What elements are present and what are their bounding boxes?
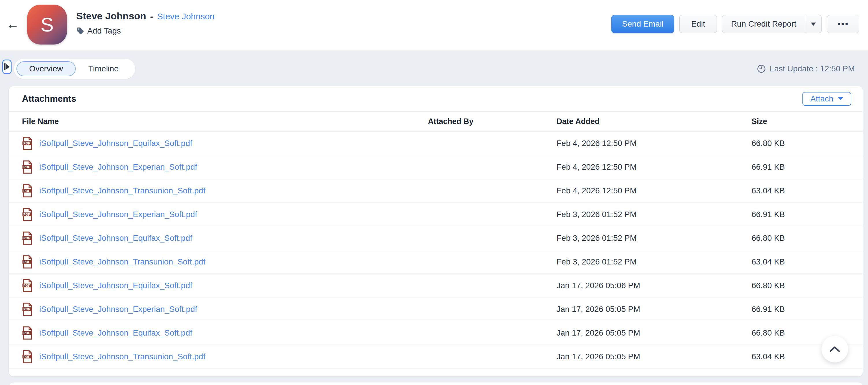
contact-name-block: Steve Johnson - Steve Johnson Add Tags <box>76 10 214 35</box>
svg-text:PDF: PDF <box>23 354 30 358</box>
pdf-file-icon: PDF <box>22 208 33 221</box>
date-added-cell: Feb 4, 2026 12:50 PM <box>557 186 751 196</box>
size-cell: 63.04 KB <box>751 186 851 196</box>
pdf-file-icon: PDF <box>22 255 33 268</box>
related-contact-link[interactable]: Steve Johnson <box>157 11 214 21</box>
send-email-button[interactable]: Send Email <box>612 15 674 33</box>
expand-panel-toggle[interactable] <box>2 60 11 74</box>
pdf-file-icon: PDF <box>22 279 33 292</box>
file-link[interactable]: iSoftpull_Steve_Johnson_Equifax_Soft.pdf <box>39 328 192 337</box>
file-link[interactable]: iSoftpull_Steve_Johnson_Experian_Soft.pd… <box>39 305 197 314</box>
header-actions: Send Email Edit Run Credit Report ••• <box>612 15 859 33</box>
file-link[interactable]: iSoftpull_Steve_Johnson_Equifax_Soft.pdf <box>39 234 192 243</box>
name-separator: - <box>150 11 153 21</box>
last-update-text: Last Update : 12:50 PM <box>770 64 855 73</box>
table-row: PDFiSoftpull_Steve_Johnson_Transunion_So… <box>9 250 863 274</box>
clock-icon <box>757 64 766 73</box>
last-update: Last Update : 12:50 PM <box>757 64 855 73</box>
pdf-file-icon: PDF <box>22 303 33 316</box>
file-link[interactable]: iSoftpull_Steve_Johnson_Transunion_Soft.… <box>39 186 206 196</box>
attachments-table-header: File Name Attached By Date Added Size <box>9 112 863 131</box>
date-added-cell: Feb 3, 2026 01:52 PM <box>557 257 751 266</box>
file-name-cell: PDFiSoftpull_Steve_Johnson_Equifax_Soft.… <box>22 137 428 150</box>
page-title: Steve Johnson <box>76 10 146 22</box>
file-link[interactable]: iSoftpull_Steve_Johnson_Experian_Soft.pd… <box>39 210 197 219</box>
size-cell: 66.91 KB <box>751 305 851 314</box>
run-credit-report-button[interactable]: Run Credit Report <box>722 15 822 33</box>
column-header-file-name: File Name <box>22 117 428 126</box>
svg-text:PDF: PDF <box>23 260 30 263</box>
svg-text:PDF: PDF <box>23 165 30 169</box>
scroll-to-top-button[interactable] <box>822 336 848 362</box>
pdf-file-icon: PDF <box>22 326 33 339</box>
pdf-file-icon: PDF <box>22 137 33 150</box>
attachments-titlebar: Attachments Attach <box>9 86 863 112</box>
date-added-cell: Jan 17, 2026 05:05 PM <box>557 305 751 314</box>
table-row: PDFiSoftpull_Steve_Johnson_Experian_Soft… <box>9 203 863 226</box>
attach-button-label: Attach <box>810 94 833 103</box>
run-credit-report-dropdown[interactable] <box>805 15 822 33</box>
file-name-cell: PDFiSoftpull_Steve_Johnson_Experian_Soft… <box>22 160 428 174</box>
tab-timeline[interactable]: Timeline <box>76 61 131 76</box>
next-section-card-edge <box>9 382 863 385</box>
chevron-down-icon <box>838 97 843 100</box>
attach-button[interactable]: Attach <box>802 92 851 106</box>
table-row: PDFiSoftpull_Steve_Johnson_Equifax_Soft.… <box>9 226 863 250</box>
file-name-cell: PDFiSoftpull_Steve_Johnson_Equifax_Soft.… <box>22 279 428 292</box>
file-name-cell: PDFiSoftpull_Steve_Johnson_Equifax_Soft.… <box>22 326 428 339</box>
file-link[interactable]: iSoftpull_Steve_Johnson_Equifax_Soft.pdf <box>39 281 192 290</box>
svg-text:PDF: PDF <box>23 188 30 192</box>
file-link[interactable]: iSoftpull_Steve_Johnson_Transunion_Soft.… <box>39 352 206 361</box>
avatar-initial: S <box>40 13 54 36</box>
file-name-cell: PDFiSoftpull_Steve_Johnson_Experian_Soft… <box>22 208 428 221</box>
pdf-file-icon: PDF <box>22 184 33 198</box>
avatar: S <box>27 5 67 45</box>
contact-header: ← S Steve Johnson - Steve Johnson Add Ta… <box>0 0 868 50</box>
add-tags-button[interactable]: Add Tags <box>76 26 214 35</box>
date-added-cell: Jan 17, 2026 05:06 PM <box>557 281 751 290</box>
file-name-cell: PDFiSoftpull_Steve_Johnson_Transunion_So… <box>22 350 428 363</box>
triangle-right-icon <box>6 64 9 69</box>
size-cell: 66.91 KB <box>751 162 851 172</box>
tab-overview[interactable]: Overview <box>17 61 76 76</box>
size-cell: 66.80 KB <box>751 234 851 243</box>
date-added-cell: Feb 3, 2026 01:52 PM <box>557 210 751 219</box>
table-row: PDFiSoftpull_Steve_Johnson_Equifax_Soft.… <box>9 321 863 345</box>
svg-text:PDF: PDF <box>23 283 30 287</box>
date-added-cell: Jan 17, 2026 05:05 PM <box>557 328 751 337</box>
table-row: PDFiSoftpull_Steve_Johnson_Experian_Soft… <box>9 155 863 179</box>
date-added-cell: Feb 4, 2026 12:50 PM <box>557 162 751 172</box>
date-added-cell: Jan 17, 2026 05:05 PM <box>557 352 751 361</box>
table-row: PDFiSoftpull_Steve_Johnson_Equifax_Soft.… <box>9 131 863 155</box>
size-cell: 66.80 KB <box>751 139 851 148</box>
file-name-cell: PDFiSoftpull_Steve_Johnson_Experian_Soft… <box>22 303 428 316</box>
run-credit-report-label: Run Credit Report <box>722 15 805 33</box>
date-added-cell: Feb 4, 2026 12:50 PM <box>557 139 751 148</box>
more-actions-button[interactable]: ••• <box>827 15 859 33</box>
edit-button[interactable]: Edit <box>679 15 717 33</box>
date-added-cell: Feb 3, 2026 01:52 PM <box>557 234 751 243</box>
attachments-card: Attachments Attach File Name Attached By… <box>9 86 863 377</box>
table-row: PDFiSoftpull_Steve_Johnson_Transunion_So… <box>9 179 863 203</box>
size-cell: 66.91 KB <box>751 210 851 219</box>
file-link[interactable]: iSoftpull_Steve_Johnson_Transunion_Soft.… <box>39 257 206 266</box>
chevron-up-icon <box>829 346 841 353</box>
tag-icon <box>76 27 84 35</box>
pdf-file-icon: PDF <box>22 350 33 363</box>
table-row: PDFiSoftpull_Steve_Johnson_Equifax_Soft.… <box>9 274 863 297</box>
file-name-cell: PDFiSoftpull_Steve_Johnson_Transunion_So… <box>22 255 428 268</box>
column-header-attached-by: Attached By <box>428 117 557 126</box>
table-row: PDFiSoftpull_Steve_Johnson_Transunion_So… <box>9 345 863 368</box>
svg-text:PDF: PDF <box>23 331 30 334</box>
file-link[interactable]: iSoftpull_Steve_Johnson_Experian_Soft.pd… <box>39 162 197 172</box>
table-row: PDFiSoftpull_Steve_Johnson_Experian_Soft… <box>9 297 863 321</box>
record-tabs: OverviewTimeline <box>14 59 135 79</box>
svg-text:PDF: PDF <box>23 212 30 216</box>
back-arrow-icon[interactable]: ← <box>5 16 21 32</box>
attachments-table-body: PDFiSoftpull_Steve_Johnson_Equifax_Soft.… <box>9 131 863 368</box>
size-cell: 63.04 KB <box>751 257 851 266</box>
svg-text:PDF: PDF <box>23 307 30 311</box>
size-cell: 66.80 KB <box>751 281 851 290</box>
file-link[interactable]: iSoftpull_Steve_Johnson_Equifax_Soft.pdf <box>39 139 192 148</box>
column-header-date-added: Date Added <box>557 117 751 126</box>
